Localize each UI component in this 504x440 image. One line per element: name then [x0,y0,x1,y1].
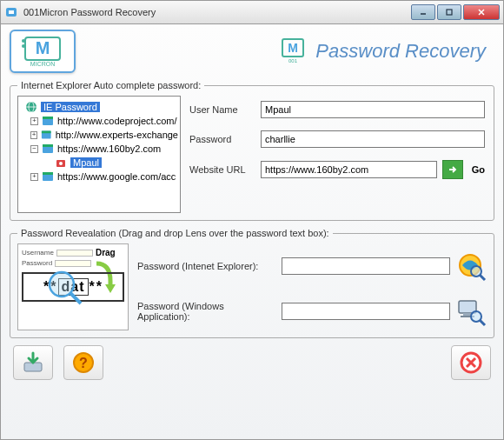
preview-revealed-box: ** dat ** [22,272,124,302]
tree-item-label: http://www.experts-exchange [56,130,178,140]
ie-lens-button[interactable] [455,250,487,282]
svg-text:M: M [288,41,299,55]
reveal-ie-input[interactable] [282,257,450,275]
expand-icon[interactable]: + [30,131,37,139]
collapse-icon[interactable]: − [30,145,38,153]
brand: M001 Password Recovery [84,36,494,67]
reveal-win-label: Password (Windows Application): [137,301,276,322]
tree-item-label: https://www.160by2.com [57,143,161,154]
mask-char: * [90,279,96,295]
tree-item[interactable]: − https://www.160by2.com [30,142,178,156]
drag-label: Drag [96,248,116,257]
preview-username-label: Username [22,249,54,257]
content: M MICRON M001 Password Recovery Internet… [0,24,504,440]
minimize-button[interactable] [411,4,435,20]
svg-text:M: M [36,38,50,57]
password-label: Password [189,134,255,144]
svg-line-31 [480,275,485,280]
tree-root[interactable]: IE Password [25,100,178,114]
titlebar: 001Micron Password Recovery [0,0,504,24]
save-button[interactable] [13,345,53,380]
details-form: User Name Password Website URL Go [188,96,487,213]
expand-icon[interactable]: + [30,117,38,125]
svg-rect-22 [43,144,53,147]
tree-root-label: IE Password [41,102,100,112]
footer: ? [10,345,494,380]
lens-icon[interactable] [46,269,83,305]
preview-password-box [55,260,91,267]
tree-item[interactable]: + http://www.codeproject.com/ [30,114,178,128]
reveal-win-input[interactable] [282,303,450,320]
help-button[interactable]: ? [63,345,103,380]
url-label: Website URL [189,164,255,175]
password-tree[interactable]: IE Password + http://www.codeproject.com… [17,96,181,213]
go-label: Go [472,164,485,175]
expand-icon[interactable]: + [30,173,38,181]
username-input[interactable] [261,101,485,118]
svg-rect-18 [43,117,53,119]
section-autocomplete-legend: Internet Explorer Auto complete password… [17,80,204,90]
svg-text:001: 001 [288,58,298,63]
window-controls [411,4,500,20]
section-revelation: Password Revealation (Drag and drop Lens… [10,228,494,338]
tree-item[interactable]: + https://www.google.com/acc [30,170,178,183]
lens-preview: Username Drag Password ** dat ** [17,243,129,330]
tree-item-label: http://www.codeproject.com/ [57,116,177,126]
maximize-button[interactable] [437,4,461,20]
section-autocomplete: Internet Explorer Auto complete password… [10,80,494,221]
svg-line-28 [70,293,81,303]
svg-point-27 [50,272,74,297]
tree-subitem[interactable]: Mpaul [55,156,178,170]
reveal-fields: Password (Intenet Explorer): Password (W… [137,243,487,330]
svg-rect-1 [9,10,14,14]
app-icon [4,5,18,19]
preview-username-box [56,250,93,257]
reveal-ie-label: Password (Intenet Explorer): [137,261,276,271]
exit-button[interactable] [451,345,491,380]
svg-rect-3 [447,10,452,15]
section-revelation-legend: Password Revealation (Drag and drop Lens… [17,228,333,238]
svg-rect-20 [42,131,51,134]
svg-text:MICRON: MICRON [30,61,55,67]
svg-rect-26 [43,172,53,175]
svg-line-36 [480,320,485,325]
logo: M MICRON [10,30,76,73]
svg-point-9 [22,39,25,43]
brand-logo-icon: M001 [277,36,308,67]
win-lens-button[interactable] [455,296,487,327]
tree-item[interactable]: + http://www.experts-exchange [30,128,178,142]
svg-point-10 [22,44,25,48]
preview-password-label: Password [22,259,52,267]
header: M MICRON M001 Password Recovery [10,30,494,73]
go-button[interactable] [442,160,463,179]
tree-subitem-label: Mpaul [70,157,102,168]
url-input[interactable] [261,161,437,178]
close-button[interactable] [463,4,500,20]
svg-text:?: ? [79,356,88,370]
username-label: User Name [189,104,255,115]
password-input[interactable] [261,130,485,148]
svg-point-24 [59,162,63,165]
mask-char: * [96,279,103,295]
window-title: 001Micron Password Recovery [23,7,411,17]
tree-item-label: https://www.google.com/acc [57,171,176,182]
brand-title: Password Recovery [315,40,486,63]
